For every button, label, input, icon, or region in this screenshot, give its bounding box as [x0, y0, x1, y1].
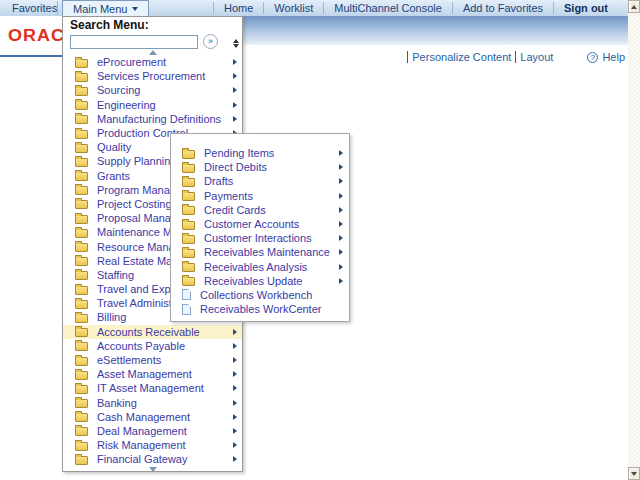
submenu-item-label: Customer Accounts	[204, 218, 299, 230]
menu-item[interactable]: eProcurement	[63, 55, 242, 69]
submenu-item[interactable]: Collections Workbench	[171, 288, 349, 302]
menu-item-label: Services Procurement	[97, 70, 205, 82]
submenu-item[interactable]: Payments	[171, 189, 349, 203]
logo-underline	[0, 55, 62, 57]
menu-item[interactable]: Sourcing	[63, 83, 242, 97]
personalize-link[interactable]: Layout	[515, 51, 557, 63]
submenu-item[interactable]: Receivables Analysis	[171, 260, 349, 274]
menu-item-label: Quality	[97, 141, 131, 153]
search-go-button[interactable]: »	[203, 34, 218, 49]
menu-item[interactable]: IT Asset Management	[63, 381, 242, 395]
scrollbar-down-button[interactable]	[628, 467, 640, 480]
menu-item-label: Supply Planning	[97, 155, 177, 167]
folder-icon	[75, 442, 88, 451]
menu-scroll-handle-icon[interactable]	[233, 39, 239, 48]
folder-icon	[75, 215, 88, 224]
folder-icon	[182, 235, 195, 244]
submenu-arrow-icon	[339, 235, 343, 241]
topbar-link[interactable]: Worklist	[263, 2, 323, 14]
folder-icon	[182, 206, 195, 215]
page-options-bar: Personalize Content Layout ? Help	[407, 51, 625, 63]
folder-icon	[182, 277, 195, 286]
folder-icon	[75, 144, 88, 153]
submenu-item[interactable]: Pending Items	[171, 146, 349, 160]
menu-item[interactable]: Banking	[63, 396, 242, 410]
menu-item-label: Risk Management	[97, 439, 186, 451]
submenu-arrow-icon	[233, 428, 237, 434]
menu-item[interactable]: Deal Management	[63, 424, 242, 438]
menu-item[interactable]: Services Procurement	[63, 69, 242, 83]
menu-item[interactable]: Accounts Receivable	[63, 325, 242, 339]
submenu-item-label: Pending Items	[204, 147, 274, 159]
submenu-item[interactable]: Customer Interactions	[171, 231, 349, 245]
submenu-item-label: Direct Debits	[204, 161, 267, 173]
submenu-item[interactable]: Drafts	[171, 174, 349, 188]
menu-item-label: Accounts Payable	[97, 340, 185, 352]
submenu-item[interactable]: Receivables Update	[171, 274, 349, 288]
menu-item[interactable]: Risk Management	[63, 438, 242, 452]
main-menu-label: Main Menu	[73, 3, 127, 15]
submenu-arrow-icon	[233, 456, 237, 462]
submenu-item[interactable]: Receivables Maintenance	[171, 245, 349, 259]
folder-icon	[75, 300, 88, 309]
personalize-link[interactable]: Personalize Content	[407, 51, 515, 63]
submenu-arrow-icon	[339, 178, 343, 184]
submenu-item[interactable]: Receivables WorkCenter	[171, 302, 349, 316]
folder-icon	[75, 229, 88, 238]
submenu-arrow-icon	[233, 329, 237, 335]
top-navigation-bar: Favorites Main Menu Home Worklist MultiC…	[0, 0, 628, 16]
menu-item[interactable]: Financial Gateway	[63, 452, 242, 466]
menu-item[interactable]: Engineering	[63, 98, 242, 112]
scrollbar-up-button[interactable]	[628, 0, 640, 13]
folder-icon	[75, 186, 88, 195]
topbar-link[interactable]: Sign out	[553, 2, 618, 14]
scroll-down-icon	[149, 467, 157, 472]
submenu-arrow-icon	[233, 385, 237, 391]
submenu-arrow-icon	[233, 87, 237, 93]
submenu-list: Pending Items Direct Debits Drafts Pay	[171, 146, 349, 316]
menu-item-label: Project Costing	[97, 198, 172, 210]
submenu-arrow-icon	[339, 249, 343, 255]
menu-item-label: eSettlements	[97, 354, 161, 366]
menu-item[interactable]: Accounts Payable	[63, 339, 242, 353]
menu-item[interactable]: Cash Management	[63, 410, 242, 424]
topbar-link[interactable]: MultiChannel Console	[323, 2, 452, 14]
submenu-item-label: Collections Workbench	[200, 289, 312, 301]
folder-icon	[75, 371, 88, 380]
menu-item[interactable]: Asset Management	[63, 367, 242, 381]
submenu-arrow-icon	[339, 164, 343, 170]
menu-item-label: Accounts Receivable	[97, 326, 200, 338]
page-scrollbar[interactable]	[628, 0, 640, 480]
menu-item-label: Banking	[97, 397, 137, 409]
submenu-arrow-icon	[233, 59, 237, 65]
menu-item[interactable]: Manufacturing Definitions	[63, 112, 242, 126]
personalize-links: Personalize Content Layout	[407, 51, 557, 63]
menu-scroll-down[interactable]	[63, 466, 242, 472]
menu-item[interactable]: eSettlements	[63, 353, 242, 367]
folder-icon	[182, 221, 195, 230]
help-icon: ?	[587, 52, 598, 63]
submenu-item[interactable]: Customer Accounts	[171, 217, 349, 231]
menu-item-label: Manufacturing Definitions	[97, 113, 221, 125]
submenu-item-label: Payments	[204, 190, 253, 202]
accounts-receivable-submenu: Pending Items Direct Debits Drafts Pay	[170, 133, 350, 322]
topbar-divider	[57, 1, 58, 15]
submenu-item[interactable]: Credit Cards	[171, 203, 349, 217]
folder-icon	[75, 357, 88, 366]
folder-icon	[75, 413, 88, 422]
submenu-item-label: Receivables Update	[204, 275, 302, 287]
menu-item-label: Engineering	[97, 99, 156, 111]
help-link[interactable]: ? Help	[587, 51, 625, 63]
folder-icon	[75, 200, 88, 209]
topbar-link[interactable]: Home	[213, 2, 263, 14]
menu-item-label: Asset Management	[97, 368, 192, 380]
folder-icon	[75, 427, 88, 436]
search-input[interactable]	[70, 35, 198, 49]
menu-item-label: Deal Management	[97, 425, 187, 437]
submenu-item[interactable]: Direct Debits	[171, 160, 349, 174]
topbar-link[interactable]: Add to Favorites	[452, 2, 553, 14]
submenu-arrow-icon	[233, 442, 237, 448]
folder-icon	[75, 328, 88, 337]
submenu-item-label: Receivables Analysis	[204, 261, 307, 273]
main-menu-button[interactable]: Main Menu	[62, 0, 149, 16]
